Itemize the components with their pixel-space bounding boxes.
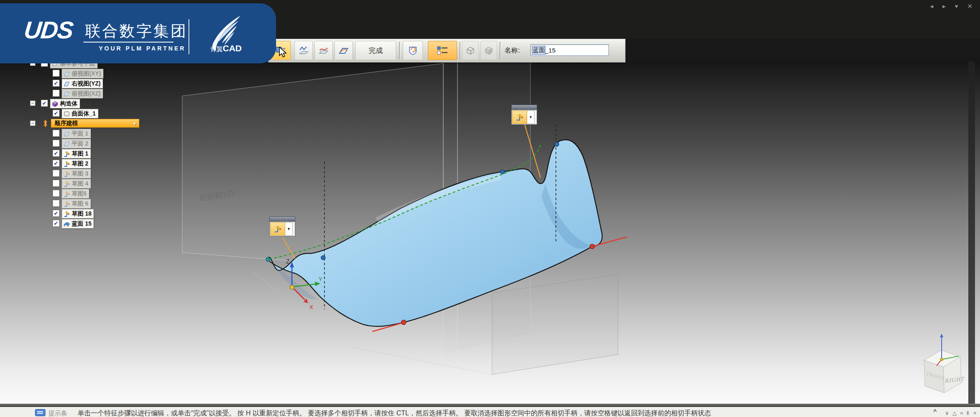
tree-item-1[interactable]: 俯视图(XY): [0, 69, 175, 78]
tree-item-3[interactable]: 前视图(XZ): [0, 89, 175, 98]
tree-item-5[interactable]: ✔曲面体_1: [0, 109, 175, 118]
status-icon-2[interactable]: △: [952, 410, 957, 416]
tree-visibility-checkbox[interactable]: ✔: [53, 160, 60, 167]
cross-section-step-button[interactable]: [294, 41, 313, 60]
tree-item-label[interactable]: 草图5: [62, 189, 89, 198]
tree-item-2[interactable]: ✔右视图(YZ): [0, 79, 175, 88]
tree-visibility-checkbox[interactable]: [53, 190, 60, 197]
options-list-button[interactable]: [428, 41, 457, 60]
uds-logo-panel: UDS 联合数字集团 YOUR PLM PARTNER 青翼CAD: [0, 3, 276, 63]
view-cube[interactable]: FRONT RIGHT: [924, 334, 965, 393]
face-step-button[interactable]: [334, 41, 353, 60]
tree-item-8[interactable]: 平面 2: [0, 139, 175, 148]
tree-visibility-checkbox[interactable]: ✔: [53, 80, 60, 87]
sketch-icon: [273, 224, 282, 234]
drag-handle[interactable]: [511, 105, 537, 110]
tree-item-label[interactable]: 草图 1: [62, 149, 91, 158]
tree-item-15[interactable]: ✔草图 18: [0, 209, 175, 218]
window-controls: ◂ ▸ ▾ ✕: [927, 3, 975, 10]
tree-item-label[interactable]: 草图 3: [62, 169, 91, 178]
tree-item-text: 草图 2: [72, 160, 88, 168]
tree-item-label[interactable]: 构造体: [50, 99, 80, 108]
nav-back-icon[interactable]: ◂: [930, 3, 936, 10]
plane-icon: [63, 80, 70, 87]
tree-visibility-checkbox[interactable]: ✔: [53, 210, 60, 217]
tree-item-4[interactable]: −✔构造体: [0, 99, 175, 108]
dropdown-arrow-icon[interactable]: ▼: [527, 111, 535, 124]
status-icon-5[interactable]: ×: [973, 410, 977, 416]
name-input[interactable]: 蓝面_15: [530, 44, 609, 56]
tree-item-11[interactable]: 草图 3: [0, 169, 175, 178]
tree-item-label[interactable]: 蓝面 15: [62, 219, 94, 229]
tree-item-label[interactable]: 俯视图(XY): [62, 69, 103, 78]
tree-visibility-checkbox[interactable]: [53, 70, 60, 77]
tree-item-14[interactable]: 草图 6: [0, 199, 175, 208]
surface-icon: [63, 111, 70, 117]
tree-item-text: 右视图(YZ): [72, 80, 101, 88]
triad-y-label: Y: [319, 276, 322, 282]
tree-item-label[interactable]: 顺序建模◄: [51, 119, 139, 128]
tree-item-9[interactable]: ✔草图 1: [0, 149, 175, 158]
name-label: 名称:: [505, 46, 520, 55]
wireframe-cube-button[interactable]: [462, 41, 479, 60]
handle-toolbar-left[interactable]: ▼: [269, 216, 295, 236]
guide-curve-step-button[interactable]: [314, 41, 333, 60]
tree-visibility-checkbox[interactable]: [53, 90, 60, 97]
dropdown-arrow-icon[interactable]: ▼: [285, 222, 293, 236]
sketch-select-button[interactable]: [512, 111, 527, 124]
tree-visibility-checkbox[interactable]: [53, 130, 60, 137]
right-scroll-strip[interactable]: [968, 62, 975, 404]
tree-visibility-checkbox[interactable]: [53, 180, 60, 187]
close-icon[interactable]: ✕: [967, 3, 975, 10]
tree-item-7[interactable]: 平面 1: [0, 129, 175, 138]
sketch-icon: [515, 113, 524, 122]
end-point-left[interactable]: [402, 320, 406, 325]
drag-handle[interactable]: [269, 216, 295, 221]
control-point-1[interactable]: [321, 256, 325, 260]
mouse-cursor: [279, 47, 289, 58]
tree-item-label[interactable]: 草图 18: [62, 209, 94, 219]
status-icon-3[interactable]: =: [960, 410, 963, 416]
tree-item-label[interactable]: 草图 4: [62, 179, 91, 188]
tree-visibility-checkbox[interactable]: ✔: [53, 110, 60, 117]
dropdown-icon[interactable]: ▾: [955, 3, 961, 10]
control-point-start[interactable]: [266, 257, 270, 261]
tree-item-13[interactable]: 草图5: [0, 189, 175, 198]
plane-icon: [63, 90, 70, 97]
nav-forward-icon[interactable]: ▸: [942, 3, 948, 10]
tree-item-label[interactable]: 草图 2: [62, 159, 91, 168]
solid-cube-button[interactable]: [480, 41, 497, 60]
tree-item-label[interactable]: 前视图(XZ): [62, 89, 103, 98]
tree-expand-toggle[interactable]: −: [30, 100, 35, 106]
control-point-3[interactable]: [555, 142, 559, 146]
tree-item-label[interactable]: 曲面体_1: [62, 109, 98, 118]
sketch-select-button[interactable]: [270, 222, 285, 236]
tree-item-label[interactable]: 草图 6: [62, 199, 91, 208]
tree-visibility-checkbox[interactable]: [53, 140, 60, 147]
collapse-caret[interactable]: ^: [933, 408, 937, 415]
tree-item-text: 顺序建模: [55, 120, 78, 127]
tree-visibility-checkbox[interactable]: ✔: [53, 220, 60, 227]
tree-visibility-checkbox[interactable]: [53, 200, 60, 207]
status-icon-4[interactable]: ‖: [967, 410, 969, 416]
control-point-2[interactable]: [500, 170, 505, 174]
tree-item-text: 草图 18: [72, 210, 91, 218]
finish-button[interactable]: 完成: [355, 41, 396, 60]
tree-item-6[interactable]: −顺序建模◄: [0, 119, 175, 128]
end-point-right[interactable]: [590, 244, 595, 249]
tree-visibility-checkbox[interactable]: [53, 170, 60, 177]
tree-item-10[interactable]: ✔草图 2: [0, 159, 175, 168]
toolbar-separator: [460, 42, 461, 59]
tree-item-label[interactable]: 平面 2: [62, 139, 91, 148]
surface-options-button[interactable]: [403, 41, 423, 60]
status-icon-1[interactable]: ∨: [945, 410, 949, 416]
tree-expand-toggle[interactable]: −: [30, 121, 35, 126]
tree-item-label[interactable]: 右视图(YZ): [62, 79, 103, 88]
triad-origin[interactable]: [290, 285, 294, 289]
handle-toolbar-right[interactable]: ▼: [511, 105, 537, 125]
tree-visibility-checkbox[interactable]: ✔: [53, 150, 60, 157]
tree-visibility-checkbox[interactable]: ✔: [41, 100, 48, 107]
tree-item-label[interactable]: 平面 1: [62, 129, 91, 138]
tree-item-12[interactable]: 草图 4: [0, 179, 175, 188]
tree-item-16[interactable]: ✔蓝面 15: [0, 219, 175, 228]
